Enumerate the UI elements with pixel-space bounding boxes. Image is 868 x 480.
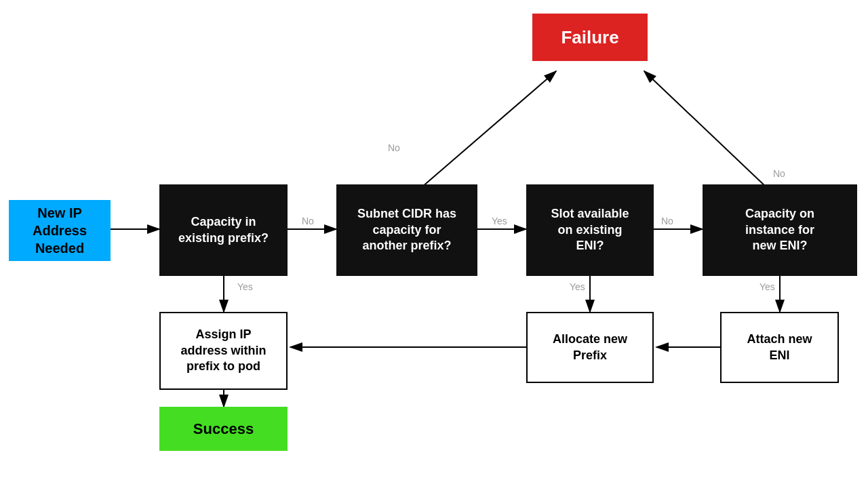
yes-label-4: Yes: [760, 281, 775, 292]
capacity-existing-node: Capacity in existing prefix?: [159, 184, 288, 276]
capacity-new-eni-label: Capacity on instance for new ENI?: [745, 206, 814, 254]
success-label: Success: [193, 420, 254, 438]
attach-eni-node: Attach new ENI: [720, 312, 839, 383]
allocate-prefix-label: Allocate new Prefix: [553, 332, 627, 363]
no-label-1: No: [302, 216, 314, 226]
yes-label-3: Yes: [570, 281, 585, 292]
start-node: New IP Address Needed: [9, 200, 111, 261]
yes-label-2: Yes: [492, 216, 507, 226]
success-node: Success: [159, 407, 288, 451]
no-label-3: No: [661, 216, 673, 226]
slot-eni-label: Slot available on existing ENI?: [551, 206, 629, 254]
start-label: New IP Address Needed: [33, 204, 87, 257]
flowchart-diagram: New IP Address Needed Capacity in existi…: [0, 0, 868, 480]
yes-label-1: Yes: [237, 281, 253, 292]
assign-ip-label: Assign IP address within prefix to pod: [180, 327, 266, 374]
attach-eni-label: Attach new ENI: [747, 332, 812, 363]
failure-node: Failure: [532, 14, 648, 61]
allocate-prefix-node: Allocate new Prefix: [526, 312, 654, 383]
svg-line-12: [407, 71, 556, 200]
svg-line-13: [644, 71, 780, 200]
failure-label: Failure: [561, 27, 618, 48]
capacity-new-eni-node: Capacity on instance for new ENI?: [703, 184, 857, 276]
subnet-cidr-node: Subnet CIDR has capacity for another pre…: [336, 184, 477, 276]
subnet-cidr-label: Subnet CIDR has capacity for another pre…: [357, 206, 456, 254]
capacity-existing-label: Capacity in existing prefix?: [178, 214, 269, 246]
no-label-2: No: [388, 142, 400, 153]
assign-ip-node: Assign IP address within prefix to pod: [159, 312, 288, 390]
no-label-4: No: [773, 168, 785, 179]
slot-eni-node: Slot available on existing ENI?: [526, 184, 654, 276]
